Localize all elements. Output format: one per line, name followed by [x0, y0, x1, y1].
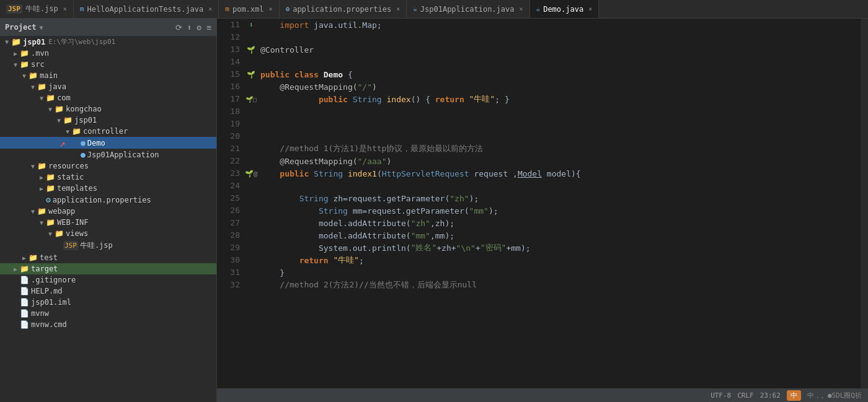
gear-icon[interactable]: ⚙ [197, 23, 202, 32]
tree-controller[interactable]: ▼ 📁 controller [0, 126, 216, 137]
code-area[interactable]: import java.util.Map; @Controller public… [257, 19, 861, 388]
java-class-icon: ● [81, 150, 86, 159]
tree-java[interactable]: ▼ 📁 java [0, 81, 216, 92]
arrow-icon: ▶ [37, 174, 46, 181]
fold-icon[interactable]: □ [253, 96, 257, 103]
tree-webinf[interactable]: ▼ 📁 WEB-INF [0, 217, 216, 228]
code-line-19 [260, 118, 861, 130]
tab-close-icon[interactable]: × [208, 6, 212, 12]
md-icon: 📄 [20, 287, 29, 295]
tree-static[interactable]: ▶ 📁 static [0, 172, 216, 183]
layout-icon[interactable]: ≡ [206, 23, 211, 32]
tab-hello-tests[interactable]: m HelloApplicationTests.java × [74, 0, 219, 18]
tree-views[interactable]: ▼ 📁 views [0, 228, 216, 239]
code-line-20 [260, 130, 861, 142]
expand-icon[interactable]: ⬆ [187, 23, 192, 32]
tree-target[interactable]: ▶ 📁 target [0, 263, 216, 274]
code-text: "\n" [456, 243, 476, 253]
ln-17: 17 [217, 93, 240, 105]
tab-jsp01app[interactable]: ☕ Jsp01Application.java × [407, 0, 529, 18]
tree-kongchao[interactable]: ▼ 📁 kongchao [0, 103, 216, 115]
tab-close-icon[interactable]: × [269, 6, 273, 12]
folder-icon: 📁 [20, 264, 29, 273]
sync-icon[interactable]: ⟳ [175, 23, 182, 32]
status-bar: UTF-8 CRLF 23:62 中 中，。●SDL圈Q祈 [217, 388, 868, 402]
folder-icon: 📁 [46, 218, 55, 227]
status-icons: 中，。●SDL圈Q祈 [807, 391, 862, 400]
vertical-scrollbar[interactable] [861, 19, 868, 388]
tree-niuwa-jsp[interactable]: JSP 牛哇.jsp [0, 239, 216, 252]
item-label: templates [57, 184, 97, 193]
folder-icon: 📁 [20, 60, 29, 69]
tree-app-props[interactable]: ⚙ application.properties [0, 194, 216, 206]
tab-close-icon[interactable]: × [588, 6, 592, 12]
tree-test[interactable]: ▶ 📁 test [0, 252, 216, 263]
gutter-16 [245, 81, 257, 93]
tree-gitignore[interactable]: 📄 .gitignore [0, 274, 216, 286]
editor-area: 11 12 13 14 15 16 17 18 19 20 21 22 23 2… [217, 19, 868, 402]
code-text [260, 144, 280, 154]
java-icon: ☕ [536, 5, 541, 13]
code-text: +mm); [506, 243, 530, 253]
code-text: +zh+ [436, 243, 456, 253]
tree-src[interactable]: ▼ 📁 src [0, 59, 216, 70]
tab-close-icon[interactable]: × [63, 6, 67, 12]
tree-iml[interactable]: 📄 jsp01.iml [0, 297, 216, 308]
ln-11: 11 [217, 19, 240, 31]
editor-content[interactable]: 11 12 13 14 15 16 17 18 19 20 21 22 23 2… [217, 19, 868, 388]
item-label: .gitignore [31, 276, 76, 284]
tree-jsp01-inner[interactable]: ▼ 📁 jsp01 [0, 115, 216, 126]
file-icon: 📄 [20, 276, 29, 284]
tab-label: Jsp01Application.java [420, 5, 515, 14]
status-line-sep[interactable]: CRLF [737, 391, 754, 400]
code-text [260, 20, 280, 30]
gutter-12 [245, 31, 257, 43]
tree-help-md[interactable]: 📄 HELP.md [0, 286, 216, 297]
tab-label: application.properties [293, 5, 391, 14]
tree-jsp01application[interactable]: ● Jsp01Application [0, 149, 216, 160]
ln-12: 12 [217, 31, 240, 43]
tab-close-icon[interactable]: × [520, 6, 523, 12]
ln-13: 13 [217, 43, 240, 56]
ln-21: 21 [217, 142, 240, 155]
item-label: jsp01 [74, 116, 97, 125]
tab-app-props[interactable]: ⚙ application.properties × [280, 0, 407, 18]
code-text: "牛哇" [469, 94, 495, 105]
dropdown-icon[interactable]: ▼ [40, 24, 43, 31]
tree-demo[interactable]: ● ↗ Demo [0, 137, 216, 149]
tree-mvnw[interactable]: 📄 mvnw [0, 308, 216, 319]
folder-icon: 📁 [11, 37, 21, 46]
code-text [260, 256, 299, 265]
code-line-12 [260, 31, 861, 43]
tree-webapp[interactable]: ▼ 📁 webapp [0, 206, 216, 217]
code-text: import [280, 20, 309, 30]
gutter-11: ⬇ [245, 19, 257, 31]
tab-label: Demo.java [543, 5, 583, 14]
tree-com[interactable]: ▼ 📁 com [0, 92, 216, 103]
code-text: ; [359, 256, 364, 265]
item-label: test [40, 253, 58, 262]
tab-pom-xml[interactable]: m pom.xml × [219, 0, 279, 18]
tree-templates[interactable]: ▶ 📁 templates [0, 183, 216, 194]
ln-27: 27 [217, 217, 240, 229]
tab-demo-java[interactable]: ☕ Demo.java × [530, 0, 600, 18]
tree-resources[interactable]: ▼ 📁 resources [0, 160, 216, 172]
code-text [309, 169, 314, 178]
code-line-14 [260, 56, 861, 68]
item-label: WEB-INF [57, 218, 89, 227]
tab-close-icon[interactable]: × [396, 6, 400, 12]
arrow-icon: ▼ [11, 61, 20, 68]
item-label: application.properties [53, 196, 151, 204]
tree-mvn[interactable]: ▶ 📁 .mvn [0, 48, 216, 59]
ln-24: 24 [217, 180, 240, 192]
tree-mvnw-cmd[interactable]: 📄 mvnw.cmd [0, 319, 216, 330]
tree-main[interactable]: ▼ 📁 main [0, 70, 216, 81]
code-text: } [260, 268, 285, 277]
code-text [260, 169, 280, 178]
folder-icon: 📁 [29, 71, 38, 80]
tab-niuwa-jsp[interactable]: JSP 牛哇.jsp × [0, 0, 74, 18]
status-encoding[interactable]: UTF-8 [711, 391, 731, 400]
ln-23: 23 [217, 167, 240, 180]
code-text [260, 206, 319, 216]
tree-root[interactable]: ▼ 📁 jsp01 E:\学习\web\jsp01 [0, 36, 216, 48]
